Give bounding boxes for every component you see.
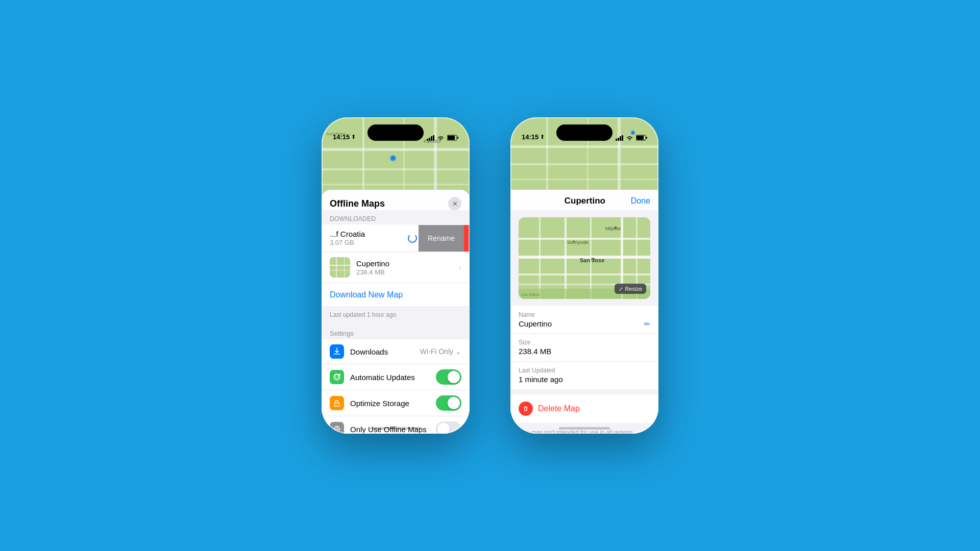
phone2-map-preview: Milpitas Sunnyvale San Jose Los Gatos bbox=[519, 217, 650, 299]
delete-icon bbox=[519, 402, 533, 416]
last-updated-text: Last updated 1 hour ago bbox=[322, 307, 470, 322]
offline-maps-setting[interactable]: Only Use Offline Maps bbox=[322, 416, 470, 434]
phone1-home-indicator bbox=[370, 427, 421, 430]
rename-button[interactable]: Rename bbox=[419, 225, 464, 252]
svg-rect-36 bbox=[519, 273, 650, 276]
phone1-cupertino-title: Cupertino bbox=[356, 259, 459, 268]
downloads-chevron: ⌄ bbox=[455, 347, 461, 356]
svg-rect-15 bbox=[330, 265, 350, 266]
svg-rect-19 bbox=[334, 403, 339, 406]
auto-updates-icon bbox=[330, 370, 344, 384]
resize-badge[interactable]: ⤢ Resize bbox=[615, 284, 646, 294]
downloads-icon bbox=[330, 344, 344, 359]
resize-label: Resize bbox=[625, 286, 642, 292]
optimize-storage-icon bbox=[330, 396, 344, 410]
name-label: Name bbox=[519, 311, 650, 318]
phone2-size-row: Size 238.4 MB bbox=[510, 334, 658, 362]
optimize-storage-toggle[interactable] bbox=[436, 395, 461, 411]
phone2-nav: Cupertino Done bbox=[510, 190, 658, 210]
delete-map-label: Delete Map bbox=[538, 404, 580, 413]
phone2-done-button[interactable]: Done bbox=[631, 196, 650, 206]
auto-updates-toggle[interactable] bbox=[436, 369, 461, 385]
phone2-battery-icon bbox=[636, 135, 647, 141]
phone2-time: 14:15 bbox=[522, 133, 538, 141]
download-new-map-link[interactable]: Download New Map bbox=[330, 290, 403, 299]
svg-rect-18 bbox=[344, 257, 345, 278]
phone2-dynamic-island bbox=[556, 124, 612, 141]
offline-maps-icon bbox=[330, 422, 344, 434]
phone1-close-button[interactable]: ✕ bbox=[448, 197, 461, 210]
svg-rect-38 bbox=[539, 217, 541, 299]
auto-updates-setting[interactable]: Automatic Updates bbox=[322, 364, 470, 390]
delete-map-button[interactable]: Delete Map bbox=[510, 394, 658, 423]
svg-rect-14 bbox=[330, 257, 350, 278]
svg-rect-32 bbox=[646, 137, 647, 139]
resize-icon: ⤢ bbox=[619, 286, 623, 292]
phone1-cupertino-size: 238.4 MB bbox=[356, 268, 459, 276]
delete-button[interactable]: Delete bbox=[464, 225, 470, 252]
phone1-cupertino-item[interactable]: Cupertino 238.4 MB › bbox=[322, 252, 470, 283]
phone1-status-icons bbox=[427, 135, 458, 141]
svg-rect-12 bbox=[448, 136, 455, 140]
phone1-wifi-icon bbox=[437, 135, 445, 141]
name-value: Cupertino bbox=[519, 319, 552, 328]
svg-rect-17 bbox=[336, 257, 337, 278]
phone2-wifi-icon bbox=[626, 135, 633, 141]
phone2-nav-title: Cupertino bbox=[565, 196, 605, 206]
phone2-status-icons bbox=[616, 135, 647, 141]
svg-rect-16 bbox=[330, 270, 350, 271]
phone1-battery-icon bbox=[447, 135, 458, 141]
phone1-sheet-title: Offline Maps bbox=[330, 198, 385, 209]
phone1-dynamic-island bbox=[368, 124, 424, 141]
download-new-map-row[interactable]: Download New Map bbox=[322, 283, 470, 307]
svg-point-48 bbox=[573, 240, 575, 242]
phone1-cupertino-chevron: › bbox=[459, 263, 461, 271]
svg-rect-13 bbox=[457, 137, 458, 139]
phone-2: 14:15 ⬆ bbox=[510, 117, 658, 434]
svg-rect-31 bbox=[636, 136, 644, 140]
size-value: 238.4 MB bbox=[519, 347, 551, 356]
phone2-last-updated-row: Last Updated 1 minute ago bbox=[510, 362, 658, 389]
phone2-detail-sheet: Cupertino Done bbox=[510, 190, 658, 434]
phone2-signal-icon bbox=[616, 135, 623, 141]
phone1-croatia-item[interactable]: ...f Croatia 3.07 GB Rename Delete bbox=[322, 224, 470, 252]
phone2-home-indicator bbox=[559, 427, 610, 430]
optimize-storage-setting[interactable]: Optimize Storage bbox=[322, 390, 470, 416]
phone1-croatia-size: 3.07 GB bbox=[330, 239, 406, 246]
svg-text:Los Gatos: Los Gatos bbox=[521, 292, 540, 297]
offline-maps-toggle[interactable] bbox=[436, 421, 461, 434]
auto-updates-label: Automatic Updates bbox=[350, 373, 436, 382]
phone2-map-inner: Milpitas Sunnyvale San Jose Los Gatos bbox=[519, 217, 650, 299]
phone1-croatia-title: ...f Croatia bbox=[330, 230, 406, 238]
last-updated-label: Last Updated bbox=[519, 367, 650, 374]
phone1-screen: Offline Maps ✕ Downloaded ...f Croatia 3… bbox=[322, 144, 470, 434]
settings-section: Downloads Wi-Fi Only ⌄ Auto bbox=[322, 339, 470, 434]
phones-container: FakultÊt KarlsRuhe 14:15 ⬆ bbox=[322, 117, 658, 434]
phone2-detail-section: Name Cupertino ✏ Size 238.4 MB Last Upda… bbox=[510, 306, 658, 389]
phone1-signal-icon bbox=[427, 135, 434, 141]
phone-1: FakultÊt KarlsRuhe 14:15 ⬆ bbox=[322, 117, 470, 434]
svg-text:Milpitas: Milpitas bbox=[605, 226, 621, 231]
svg-point-46 bbox=[591, 258, 594, 261]
phone1-downloaded-header: Downloaded bbox=[322, 210, 470, 224]
optimize-storage-label: Optimize Storage bbox=[350, 399, 436, 408]
settings-section-header: Settings bbox=[322, 322, 470, 339]
phone1-sheet-header: Offline Maps ✕ bbox=[322, 190, 470, 210]
phone1-sheet: Offline Maps ✕ Downloaded ...f Croatia 3… bbox=[322, 190, 470, 434]
phone1-time: 14:15 bbox=[333, 133, 350, 141]
edit-name-button[interactable]: ✏ bbox=[644, 320, 650, 328]
svg-point-47 bbox=[615, 227, 617, 229]
downloads-label: Downloads bbox=[350, 347, 420, 356]
phone2-screen: Cupertino Done bbox=[510, 144, 658, 434]
downloads-value: Wi-Fi Only ⌄ bbox=[420, 347, 461, 356]
downloads-setting[interactable]: Downloads Wi-Fi Only ⌄ bbox=[322, 339, 470, 364]
svg-text:Sunnyvale: Sunnyvale bbox=[567, 240, 589, 245]
last-updated-value: 1 minute ago bbox=[519, 375, 563, 384]
phone1-location-icon: ⬆ bbox=[351, 134, 356, 140]
size-label: Size bbox=[519, 339, 650, 346]
phone2-name-row: Name Cupertino ✏ bbox=[510, 306, 658, 334]
svg-rect-39 bbox=[565, 217, 567, 299]
phone1-cupertino-content: Cupertino 238.4 MB bbox=[356, 259, 459, 276]
phone2-location-icon: ⬆ bbox=[540, 134, 545, 140]
phone1-cupertino-thumb bbox=[330, 257, 350, 278]
